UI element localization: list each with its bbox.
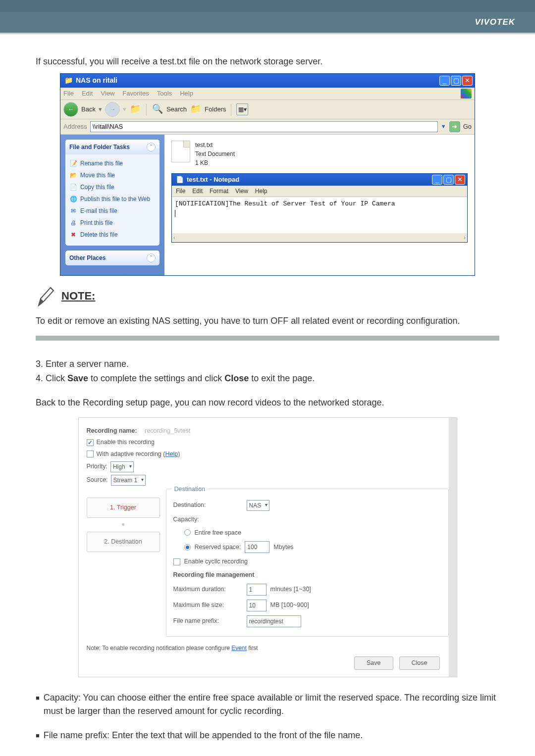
task-print[interactable]: 🖨Print this file xyxy=(68,217,157,229)
scrollbar[interactable] xyxy=(449,418,457,677)
folders-icon[interactable]: 📁 xyxy=(190,103,202,115)
menu-edit[interactable]: Edit xyxy=(82,89,93,99)
event-link[interactable]: Event xyxy=(231,645,247,652)
destination-legend: Destination xyxy=(171,485,209,494)
task-move[interactable]: 📂Move this file xyxy=(68,169,157,181)
bullet-capacity: Capacity: You can choose either the enti… xyxy=(44,691,499,718)
views-icon[interactable]: ▦▾ xyxy=(236,103,248,115)
reserved-radio[interactable] xyxy=(184,544,191,551)
file-size: 1 KB xyxy=(195,158,235,167)
bullet-prefix: File name prefix: Enter the text that wi… xyxy=(44,729,363,742)
cyclic-label: Enable cyclic recording xyxy=(184,557,248,566)
adaptive-label: With adaptive recording (Help) xyxy=(97,450,180,459)
entire-label: Entire free space xyxy=(195,528,242,538)
search-icon[interactable]: 🔍 xyxy=(152,103,163,115)
source-label: Source: xyxy=(87,475,108,485)
notepad-window: 📄test.txt - Notepad _ ▢ ✕ File Edit Form… xyxy=(171,173,468,243)
rec-name-label: Recording name: xyxy=(87,426,137,436)
np-menu-view[interactable]: View xyxy=(235,187,248,196)
entire-radio[interactable] xyxy=(184,529,191,536)
enable-checkbox[interactable] xyxy=(87,439,94,446)
step-3: 3. Enter a server name. xyxy=(36,357,499,371)
folder-icon: 📁 xyxy=(64,75,73,86)
notepad-content: [NOTIFICATION]The Result of Server Test … xyxy=(175,200,395,207)
np-menu-help[interactable]: Help xyxy=(255,187,268,196)
back-label[interactable]: Back xyxy=(81,104,96,114)
note-text: To edit or remove an existing NAS settin… xyxy=(36,314,499,328)
windows-flag-icon xyxy=(461,89,472,99)
adaptive-checkbox[interactable] xyxy=(87,451,94,457)
reserved-input[interactable]: 100 xyxy=(245,541,269,553)
menu-file[interactable]: File xyxy=(63,89,74,99)
task-copy[interactable]: 📄Copy this file xyxy=(68,181,157,193)
maxsize-input[interactable]: 10 xyxy=(247,600,267,611)
mbytes-label: Mbytes xyxy=(273,543,293,552)
cyclic-checkbox[interactable] xyxy=(173,558,180,565)
maxsize-unit: MB [100~900] xyxy=(270,601,309,610)
np-menu-file[interactable]: File xyxy=(176,187,185,196)
rec-footnote: Note: To enable recording notification p… xyxy=(87,644,449,653)
np-menu-format[interactable]: Format xyxy=(210,187,228,196)
step-destination[interactable]: 2. Destination xyxy=(87,532,160,552)
menu-help[interactable]: Help xyxy=(180,89,193,99)
explorer-window: 📁NAS on ritali _ ▢ ✕ File Edit View Favo… xyxy=(60,73,475,276)
collapse-icon[interactable]: ˆ xyxy=(147,253,156,262)
reserved-label: Reserved space: xyxy=(195,543,241,552)
file-type: Text Document xyxy=(195,150,235,158)
dest-label: Destination: xyxy=(173,501,243,510)
close-icon[interactable]: ✕ xyxy=(455,175,465,185)
maxdur-input[interactable]: 1 xyxy=(247,584,267,596)
bullet-cyclic: Enable cyclic recording: If you check th… xyxy=(44,753,499,756)
task-publish[interactable]: 🌐Publish this file to the Web xyxy=(68,193,157,205)
dest-select[interactable]: NAS xyxy=(247,500,270,511)
rec-name-value[interactable]: recording_5vtest xyxy=(145,426,190,436)
address-label: Address xyxy=(63,122,87,132)
go-button[interactable]: ➜ xyxy=(449,121,460,132)
note-heading: NOTE: xyxy=(61,288,95,304)
mgmt-label: Recording file management xyxy=(173,570,255,580)
menu-view[interactable]: View xyxy=(101,89,114,99)
maximize-icon[interactable]: ▢ xyxy=(451,76,461,86)
task-email[interactable]: ✉E-mail this file xyxy=(68,205,157,217)
brand-label: VIVOTEK xyxy=(475,17,515,27)
collapse-icon[interactable]: ˆ xyxy=(147,143,156,151)
np-menu-edit[interactable]: Edit xyxy=(192,187,203,196)
close-icon[interactable]: ✕ xyxy=(462,76,473,86)
step-trigger[interactable]: 1. Trigger xyxy=(87,498,160,518)
enable-label: Enable this recording xyxy=(97,438,155,447)
notepad-icon: 📄 xyxy=(176,175,184,185)
forward-button[interactable]: → xyxy=(105,102,120,117)
explorer-menu[interactable]: File Edit View Favorites Tools Help xyxy=(63,89,193,99)
success-text: If successful, you will receive a test.t… xyxy=(36,44,499,73)
task-delete[interactable]: ✖Delete this file xyxy=(68,229,157,241)
save-button[interactable]: Save xyxy=(354,656,393,670)
capacity-label: Capacity: xyxy=(173,515,243,524)
pencil-icon xyxy=(36,284,55,308)
folders-label[interactable]: Folders xyxy=(205,104,226,114)
maxdur-unit: minutes [1~30] xyxy=(270,585,311,594)
prefix-input[interactable]: recordingtest xyxy=(247,615,301,627)
recording-panel: Recording name: recording_5vtest Enable … xyxy=(78,417,457,677)
file-name[interactable]: test.txt xyxy=(195,141,235,150)
back-button[interactable]: ← xyxy=(63,102,78,117)
help-link[interactable]: Help xyxy=(165,451,178,457)
address-input[interactable] xyxy=(90,121,438,132)
maximize-icon[interactable]: ▢ xyxy=(443,175,454,185)
menu-tools[interactable]: Tools xyxy=(157,89,172,99)
other-places-header: Other Places xyxy=(69,253,106,262)
minimize-icon[interactable]: _ xyxy=(432,175,442,185)
text-file-icon[interactable] xyxy=(171,141,190,162)
minimize-icon[interactable]: _ xyxy=(439,76,450,86)
window-title: NAS on ritali xyxy=(76,75,117,86)
close-button[interactable]: Close xyxy=(399,656,440,670)
prefix-label: File name prefix: xyxy=(173,616,243,626)
task-rename[interactable]: 📝Rename this file xyxy=(68,157,157,169)
step-4: 4. Click Save to complete the settings a… xyxy=(36,372,499,385)
notepad-title: test.txt - Notepad xyxy=(187,175,239,185)
menu-favorites[interactable]: Favorites xyxy=(122,89,149,99)
search-label[interactable]: Search xyxy=(166,104,187,114)
go-label[interactable]: Go xyxy=(463,122,472,132)
up-icon[interactable]: 📁 xyxy=(129,103,141,115)
priority-select[interactable]: High xyxy=(110,461,134,472)
source-select[interactable]: Stream 1 xyxy=(111,475,146,486)
